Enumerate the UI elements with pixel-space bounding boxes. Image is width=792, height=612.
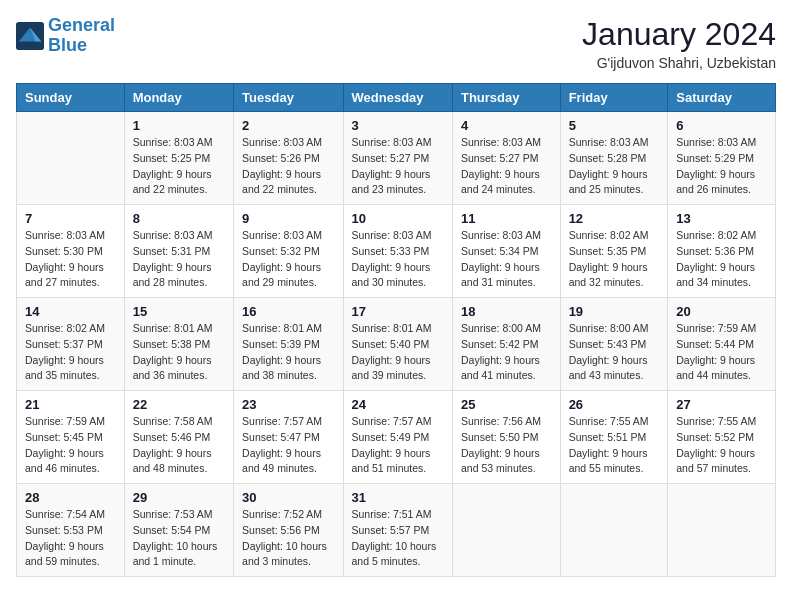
- day-info: Sunrise: 7:55 AMSunset: 5:51 PMDaylight:…: [569, 414, 660, 477]
- day-number: 25: [461, 397, 552, 412]
- calendar-cell: 22Sunrise: 7:58 AMSunset: 5:46 PMDayligh…: [124, 391, 233, 484]
- day-info: Sunrise: 7:54 AMSunset: 5:53 PMDaylight:…: [25, 507, 116, 570]
- calendar-cell: 21Sunrise: 7:59 AMSunset: 5:45 PMDayligh…: [17, 391, 125, 484]
- calendar-cell: 13Sunrise: 8:02 AMSunset: 5:36 PMDayligh…: [668, 205, 776, 298]
- day-info: Sunrise: 8:03 AMSunset: 5:26 PMDaylight:…: [242, 135, 334, 198]
- day-info: Sunrise: 8:03 AMSunset: 5:29 PMDaylight:…: [676, 135, 767, 198]
- day-info: Sunrise: 8:00 AMSunset: 5:43 PMDaylight:…: [569, 321, 660, 384]
- calendar-cell: 12Sunrise: 8:02 AMSunset: 5:35 PMDayligh…: [560, 205, 668, 298]
- day-info: Sunrise: 7:57 AMSunset: 5:47 PMDaylight:…: [242, 414, 334, 477]
- day-info: Sunrise: 7:55 AMSunset: 5:52 PMDaylight:…: [676, 414, 767, 477]
- day-info: Sunrise: 7:59 AMSunset: 5:45 PMDaylight:…: [25, 414, 116, 477]
- calendar-cell: 2Sunrise: 8:03 AMSunset: 5:26 PMDaylight…: [234, 112, 343, 205]
- day-number: 23: [242, 397, 334, 412]
- day-number: 11: [461, 211, 552, 226]
- day-info: Sunrise: 7:56 AMSunset: 5:50 PMDaylight:…: [461, 414, 552, 477]
- day-number: 21: [25, 397, 116, 412]
- calendar-cell: 25Sunrise: 7:56 AMSunset: 5:50 PMDayligh…: [452, 391, 560, 484]
- calendar-cell: 4Sunrise: 8:03 AMSunset: 5:27 PMDaylight…: [452, 112, 560, 205]
- day-info: Sunrise: 8:02 AMSunset: 5:36 PMDaylight:…: [676, 228, 767, 291]
- calendar-cell: 23Sunrise: 7:57 AMSunset: 5:47 PMDayligh…: [234, 391, 343, 484]
- day-info: Sunrise: 8:01 AMSunset: 5:40 PMDaylight:…: [352, 321, 444, 384]
- calendar-cell: 6Sunrise: 8:03 AMSunset: 5:29 PMDaylight…: [668, 112, 776, 205]
- day-number: 14: [25, 304, 116, 319]
- day-info: Sunrise: 8:03 AMSunset: 5:33 PMDaylight:…: [352, 228, 444, 291]
- calendar-cell: 28Sunrise: 7:54 AMSunset: 5:53 PMDayligh…: [17, 484, 125, 577]
- day-info: Sunrise: 8:03 AMSunset: 5:30 PMDaylight:…: [25, 228, 116, 291]
- day-info: Sunrise: 8:03 AMSunset: 5:27 PMDaylight:…: [352, 135, 444, 198]
- calendar-cell: [452, 484, 560, 577]
- day-number: 16: [242, 304, 334, 319]
- calendar-cell: 8Sunrise: 8:03 AMSunset: 5:31 PMDaylight…: [124, 205, 233, 298]
- calendar-header: SundayMondayTuesdayWednesdayThursdayFrid…: [17, 84, 776, 112]
- day-number: 5: [569, 118, 660, 133]
- calendar-cell: 14Sunrise: 8:02 AMSunset: 5:37 PMDayligh…: [17, 298, 125, 391]
- weekday-header: Wednesday: [343, 84, 452, 112]
- day-info: Sunrise: 8:03 AMSunset: 5:28 PMDaylight:…: [569, 135, 660, 198]
- title-block: January 2024 G'ijduvon Shahri, Uzbekista…: [582, 16, 776, 71]
- day-info: Sunrise: 7:53 AMSunset: 5:54 PMDaylight:…: [133, 507, 225, 570]
- calendar-week-row: 14Sunrise: 8:02 AMSunset: 5:37 PMDayligh…: [17, 298, 776, 391]
- day-info: Sunrise: 8:03 AMSunset: 5:25 PMDaylight:…: [133, 135, 225, 198]
- calendar-cell: 27Sunrise: 7:55 AMSunset: 5:52 PMDayligh…: [668, 391, 776, 484]
- calendar-cell: 15Sunrise: 8:01 AMSunset: 5:38 PMDayligh…: [124, 298, 233, 391]
- calendar-cell: [668, 484, 776, 577]
- day-number: 24: [352, 397, 444, 412]
- day-info: Sunrise: 7:51 AMSunset: 5:57 PMDaylight:…: [352, 507, 444, 570]
- calendar-cell: 29Sunrise: 7:53 AMSunset: 5:54 PMDayligh…: [124, 484, 233, 577]
- day-info: Sunrise: 8:02 AMSunset: 5:35 PMDaylight:…: [569, 228, 660, 291]
- calendar-table: SundayMondayTuesdayWednesdayThursdayFrid…: [16, 83, 776, 577]
- day-number: 6: [676, 118, 767, 133]
- calendar-week-row: 7Sunrise: 8:03 AMSunset: 5:30 PMDaylight…: [17, 205, 776, 298]
- day-number: 27: [676, 397, 767, 412]
- calendar-cell: 31Sunrise: 7:51 AMSunset: 5:57 PMDayligh…: [343, 484, 452, 577]
- month-title: January 2024: [582, 16, 776, 53]
- day-number: 1: [133, 118, 225, 133]
- day-number: 12: [569, 211, 660, 226]
- day-info: Sunrise: 7:58 AMSunset: 5:46 PMDaylight:…: [133, 414, 225, 477]
- day-info: Sunrise: 8:03 AMSunset: 5:34 PMDaylight:…: [461, 228, 552, 291]
- day-number: 28: [25, 490, 116, 505]
- day-number: 9: [242, 211, 334, 226]
- calendar-cell: 11Sunrise: 8:03 AMSunset: 5:34 PMDayligh…: [452, 205, 560, 298]
- logo-icon: [16, 22, 44, 50]
- day-number: 19: [569, 304, 660, 319]
- day-number: 26: [569, 397, 660, 412]
- calendar-cell: 3Sunrise: 8:03 AMSunset: 5:27 PMDaylight…: [343, 112, 452, 205]
- calendar-cell: 9Sunrise: 8:03 AMSunset: 5:32 PMDaylight…: [234, 205, 343, 298]
- day-number: 29: [133, 490, 225, 505]
- day-info: Sunrise: 8:00 AMSunset: 5:42 PMDaylight:…: [461, 321, 552, 384]
- day-number: 8: [133, 211, 225, 226]
- calendar-week-row: 28Sunrise: 7:54 AMSunset: 5:53 PMDayligh…: [17, 484, 776, 577]
- calendar-cell: 1Sunrise: 8:03 AMSunset: 5:25 PMDaylight…: [124, 112, 233, 205]
- day-info: Sunrise: 7:59 AMSunset: 5:44 PMDaylight:…: [676, 321, 767, 384]
- calendar-cell: 30Sunrise: 7:52 AMSunset: 5:56 PMDayligh…: [234, 484, 343, 577]
- day-number: 15: [133, 304, 225, 319]
- calendar-cell: 17Sunrise: 8:01 AMSunset: 5:40 PMDayligh…: [343, 298, 452, 391]
- day-number: 20: [676, 304, 767, 319]
- day-number: 18: [461, 304, 552, 319]
- calendar-cell: 20Sunrise: 7:59 AMSunset: 5:44 PMDayligh…: [668, 298, 776, 391]
- day-number: 3: [352, 118, 444, 133]
- calendar-cell: 24Sunrise: 7:57 AMSunset: 5:49 PMDayligh…: [343, 391, 452, 484]
- day-info: Sunrise: 7:52 AMSunset: 5:56 PMDaylight:…: [242, 507, 334, 570]
- day-number: 22: [133, 397, 225, 412]
- day-number: 30: [242, 490, 334, 505]
- day-number: 4: [461, 118, 552, 133]
- calendar-cell: 16Sunrise: 8:01 AMSunset: 5:39 PMDayligh…: [234, 298, 343, 391]
- weekday-header: Monday: [124, 84, 233, 112]
- calendar-body: 1Sunrise: 8:03 AMSunset: 5:25 PMDaylight…: [17, 112, 776, 577]
- weekday-header: Saturday: [668, 84, 776, 112]
- day-info: Sunrise: 7:57 AMSunset: 5:49 PMDaylight:…: [352, 414, 444, 477]
- logo-text: General Blue: [48, 16, 115, 56]
- weekday-header: Tuesday: [234, 84, 343, 112]
- day-info: Sunrise: 8:01 AMSunset: 5:39 PMDaylight:…: [242, 321, 334, 384]
- day-number: 7: [25, 211, 116, 226]
- day-number: 31: [352, 490, 444, 505]
- calendar-cell: 10Sunrise: 8:03 AMSunset: 5:33 PMDayligh…: [343, 205, 452, 298]
- weekday-header: Friday: [560, 84, 668, 112]
- weekday-header: Sunday: [17, 84, 125, 112]
- day-info: Sunrise: 8:03 AMSunset: 5:32 PMDaylight:…: [242, 228, 334, 291]
- logo: General Blue: [16, 16, 115, 56]
- calendar-cell: 7Sunrise: 8:03 AMSunset: 5:30 PMDaylight…: [17, 205, 125, 298]
